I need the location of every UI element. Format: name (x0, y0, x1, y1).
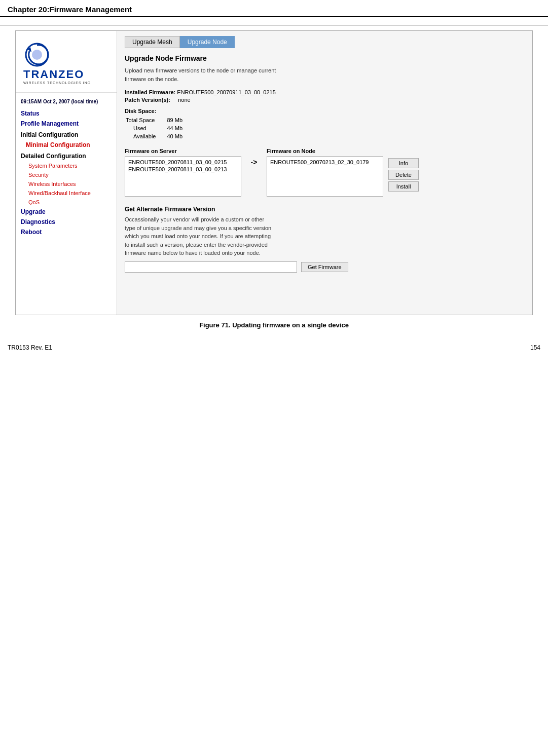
disk-space-used-row: Used 44 Mb (126, 125, 193, 132)
delete-button[interactable]: Delete (388, 170, 419, 180)
figure-caption: Figure 71. Updating firmware on a single… (0, 321, 548, 329)
action-buttons: Info Delete Install (388, 148, 419, 192)
logo-icon (23, 41, 51, 69)
chapter-title: Chapter 20:Firmware Management (8, 5, 132, 14)
sidebar-logo: TRANZEO WIRELESS TECHNOLOGIES INC. (16, 36, 117, 93)
footer-right: 154 (530, 344, 540, 351)
firmware-columns: Firmware on Server ENROUTE500_20070811_0… (125, 148, 525, 197)
sidebar-item-status[interactable]: Status (16, 108, 117, 119)
info-button[interactable]: Info (388, 158, 419, 168)
tab-upgrade-node[interactable]: Upgrade Node (180, 36, 235, 48)
sidebar-item-detailed-config: Detailed Configuration (16, 150, 117, 161)
disk-space-section: Disk Space: Total Space 89 Mb Used 44 Mb… (125, 108, 525, 141)
tranzeo-logo: TRANZEO WIRELESS TECHNOLOGIES INC. (23, 41, 109, 85)
figure-container: TRANZEO WIRELESS TECHNOLOGIES INC. 09:15… (15, 30, 533, 315)
installed-label: Installed Firmware: (125, 89, 175, 95)
alternate-title: Get Alternate Firmware Version (125, 206, 525, 213)
tab-upgrade-mesh[interactable]: Upgrade Mesh (125, 36, 180, 48)
installed-firmware-row: Installed Firmware: ENROUTE500_20070911_… (125, 89, 525, 95)
alternate-desc: Occassionally your vendor will provide a… (125, 215, 525, 257)
sidebar-item-security[interactable]: Security (16, 170, 117, 179)
disk-space-total-row: Total Space 89 Mb (126, 117, 193, 124)
footer-left: TR0153 Rev. E1 (8, 344, 52, 351)
firmware-node-listbox[interactable]: ENROUTE500_20070213_02_30_0179 (267, 156, 383, 197)
total-label: Total Space (126, 117, 166, 124)
sidebar-item-diagnostics[interactable]: Diagnostics (16, 217, 117, 227)
tab-bar: Upgrade Mesh Upgrade Node (125, 36, 525, 48)
available-value: 40 Mb (167, 133, 193, 140)
patch-label: Patch Version(s): (125, 97, 170, 103)
description-text: Upload new firmware versions to the node… (125, 66, 525, 83)
inner-frame: TRANZEO WIRELESS TECHNOLOGIES INC. 09:15… (16, 31, 532, 315)
sidebar-item-minimal-config[interactable]: Minimal Configuration (16, 140, 117, 150)
arrow-col: -> (246, 148, 262, 166)
disk-space-table: Total Space 89 Mb Used 44 Mb Available 4… (125, 116, 194, 141)
get-firmware-button[interactable]: Get Firmware (301, 262, 348, 272)
sidebar-item-initial-config: Initial Configuration (16, 129, 117, 140)
section-title: Upgrade Node Firmware (125, 54, 525, 62)
page-footer: TR0153 Rev. E1 154 (0, 339, 548, 356)
sidebar-item-system-params[interactable]: System Parameters (16, 161, 117, 170)
sidebar-item-wireless[interactable]: Wireless Interfaces (16, 179, 117, 188)
firmware-server-item-0[interactable]: ENROUTE500_20070811_03_00_0215 (127, 159, 239, 166)
sidebar-timestamp: 09:15AM Oct 2, 2007 (local time) (16, 97, 117, 108)
firmware-server-col: Firmware on Server ENROUTE500_20070811_0… (125, 148, 241, 197)
firmware-node-title: Firmware on Node (267, 148, 383, 154)
firmware-server-listbox[interactable]: ENROUTE500_20070811_03_00_0215 ENROUTE50… (125, 156, 241, 197)
alternate-firmware-input[interactable] (125, 261, 297, 273)
patch-version-row: Patch Version(s): none (125, 97, 525, 103)
sidebar: TRANZEO WIRELESS TECHNOLOGIES INC. 09:15… (16, 31, 117, 315)
sidebar-item-upgrade[interactable]: Upgrade (16, 207, 117, 217)
sidebar-item-profile[interactable]: Profile Management (16, 119, 117, 129)
used-label: Used (126, 125, 166, 132)
total-value: 89 Mb (167, 117, 193, 124)
used-value: 44 Mb (167, 125, 193, 132)
arrow-icon: -> (251, 158, 258, 166)
installed-value: ENROUTE500_20070911_03_00_0215 (177, 89, 276, 95)
main-content: Upgrade Mesh Upgrade Node Upgrade Node F… (117, 31, 532, 315)
sidebar-item-wired[interactable]: Wired/Backhaul Interface (16, 188, 117, 198)
logo-text-sub: WIRELESS TECHNOLOGIES INC. (23, 81, 92, 85)
firmware-node-col: Firmware on Node ENROUTE500_20070213_02_… (267, 148, 383, 197)
alternate-input-row: Get Firmware (125, 261, 525, 273)
install-button[interactable]: Install (388, 181, 419, 192)
alternate-section: Get Alternate Firmware Version Occassion… (125, 206, 525, 273)
available-label: Available (126, 133, 166, 140)
sidebar-item-reboot[interactable]: Reboot (16, 227, 117, 237)
patch-value: none (178, 97, 190, 103)
logo-text-tranzeo: TRANZEO (23, 69, 84, 80)
disk-space-available-row: Available 40 Mb (126, 133, 193, 140)
firmware-node-item-0[interactable]: ENROUTE500_20070213_02_30_0179 (269, 159, 381, 166)
page-header: Chapter 20:Firmware Management (0, 0, 548, 17)
disk-space-title: Disk Space: (125, 108, 525, 114)
svg-point-2 (32, 50, 42, 60)
sidebar-item-qos[interactable]: QoS (16, 198, 117, 207)
firmware-server-item-1[interactable]: ENROUTE500_20070811_03_00_0213 (127, 166, 239, 173)
firmware-server-title: Firmware on Server (125, 148, 241, 154)
